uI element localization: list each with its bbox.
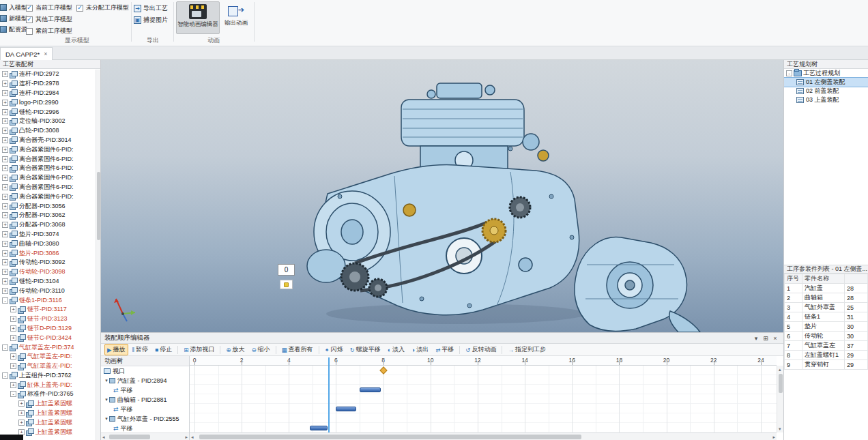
scrollbar-thumb[interactable]	[97, 172, 100, 240]
assembly-tree-item[interactable]: +气缸罩盖左-PID:	[0, 352, 96, 362]
table-row[interactable]: 6传动轮30	[785, 332, 868, 341]
assembly-tree-item[interactable]: -上盖组件-PID:3762	[0, 371, 96, 381]
expand-icon[interactable]: +	[2, 212, 8, 218]
assembly-tree-item[interactable]: -标准件-PID:3765	[0, 390, 96, 399]
scroll-left-icon[interactable]: ◂	[102, 433, 105, 440]
toolbar-button-查看所有[interactable]: ▦查看所有	[279, 344, 316, 355]
planning-tree-root[interactable]: -工艺过程规划	[784, 69, 868, 78]
toolbar-button-淡出[interactable]: ◑淡出	[409, 344, 431, 355]
expand-icon[interactable]: +	[2, 231, 8, 237]
table-row[interactable]: 9贯穿销钉29	[785, 360, 868, 370]
menu-down-icon[interactable]: ▾	[751, 335, 761, 342]
expand-icon[interactable]: +	[2, 194, 8, 200]
viewport-3d[interactable]: 0	[101, 60, 783, 332]
planning-tree-item[interactable]: 02 前盖装配	[784, 87, 868, 96]
animation-tree-item[interactable]: ▾气缸外罩盖 - PID:2555	[101, 414, 189, 424]
model-display-checkbox[interactable]: 紧前工序模型	[26, 27, 72, 35]
capture-image-button[interactable]: ▣捕捉图片	[134, 14, 168, 26]
table-row[interactable]: 8左缸盖螺钉129	[785, 351, 868, 360]
planning-tree-item[interactable]: 03 上盖装配	[784, 96, 868, 104]
assembly-tree-item[interactable]: +链轮-PID:2996	[0, 107, 96, 117]
expand-icon[interactable]: +	[2, 147, 8, 153]
model-display-checkbox[interactable]: ✓当前工序模型	[26, 3, 72, 12]
assembly-tree-item[interactable]: +凸轮-PID:3008	[0, 126, 96, 136]
assembly-tree-item[interactable]: +离合器紧固件6-PID:	[0, 145, 96, 154]
assembly-tree-item[interactable]: +上缸盖紧固螺	[0, 399, 96, 409]
toolbar-button-停止[interactable]: ■停止	[152, 344, 175, 355]
assembly-tree-item[interactable]: +链节-PID:3123	[0, 314, 96, 324]
smart-animation-editor-button[interactable]: 智能动画编辑器	[176, 1, 220, 34]
expanded-triangle-icon[interactable]: ▾	[104, 416, 109, 422]
assembly-tree-item[interactable]: -气缸罩盖左-PID:374	[0, 342, 96, 352]
expand-icon[interactable]: +	[2, 165, 8, 171]
expand-icon[interactable]: +	[18, 410, 25, 416]
expand-icon[interactable]: +	[2, 71, 8, 77]
collapse-icon[interactable]: -	[2, 344, 8, 351]
expand-icon[interactable]: +	[2, 137, 8, 143]
toolbar-button-添加视口[interactable]: ⊞添加视口	[181, 344, 217, 355]
expand-icon[interactable]: +	[2, 250, 8, 256]
assembly-tree-item[interactable]: +离合器紧固件6-PID:	[0, 154, 96, 164]
animation-tree-item[interactable]: ⇄平移	[101, 385, 189, 395]
assembly-tree-item[interactable]: +传动轮-PID:3098	[0, 267, 96, 277]
scrollbar-thumb[interactable]	[779, 374, 783, 393]
assembly-tree-item[interactable]: +链节-PID:3117	[0, 305, 96, 314]
table-row[interactable]: 3气缸外罩盖25	[785, 303, 868, 312]
assembly-tree-item[interactable]: +上缸盖紧固螺	[0, 409, 96, 418]
expand-icon[interactable]: +	[2, 100, 8, 106]
animation-tree-item[interactable]: ▾汽缸盖 - PID:2894	[101, 376, 189, 385]
collapse-icon[interactable]: -	[786, 70, 792, 76]
assembly-tree-item[interactable]: +分配器-PID:3068	[0, 220, 96, 230]
toolbar-button-淡入[interactable]: ◐淡入	[385, 344, 407, 355]
table-row[interactable]: 2曲轴箱28	[785, 293, 868, 303]
tab-close-icon[interactable]: ×	[44, 50, 47, 57]
assembly-tree-item[interactable]: +链节D-PID:3129	[0, 324, 96, 334]
float-icon[interactable]: ⊞	[761, 335, 770, 342]
table-row[interactable]: 1汽缸盖28	[785, 284, 868, 293]
assembly-tree-item[interactable]: +离合器紧固件6-PID:	[0, 192, 96, 201]
assembly-tree-item[interactable]: +离合器紧固件6-PID:	[0, 164, 96, 173]
toolbar-button-反转动画[interactable]: ↺反转动画	[463, 344, 499, 355]
expand-icon[interactable]: +	[2, 288, 8, 294]
assembly-tree-item[interactable]: +垫片-PID:3086	[0, 248, 96, 258]
scroll-down-icon[interactable]: ▾	[779, 425, 781, 432]
expand-icon[interactable]: +	[2, 90, 8, 96]
toolbar-button-暂停[interactable]: ‖暂停	[130, 344, 151, 355]
expand-icon[interactable]: +	[10, 363, 16, 369]
expand-icon[interactable]: +	[2, 203, 8, 209]
assembly-tree-item[interactable]: +连杆-PID:2978	[0, 79, 96, 89]
assembly-tree-item[interactable]: +分配器-PID:3062	[0, 211, 96, 220]
timeline[interactable]: 024681012141618202224 ▴ ▾ ◂ ▸	[190, 356, 783, 440]
assembly-tree-item[interactable]: +上缸盖紧固螺	[0, 417, 96, 427]
table-row[interactable]: 4链条131	[785, 312, 868, 322]
model-display-checkbox[interactable]: ✓未分配工序模型	[76, 3, 129, 12]
toolbar-button-缩小[interactable]: ⊖缩小	[248, 344, 272, 355]
assembly-tree-item[interactable]: +传动轮-PID:3110	[0, 286, 96, 295]
expand-icon[interactable]: +	[10, 316, 16, 322]
assembly-tree-item[interactable]: +传动轮-PID:3092	[0, 258, 96, 267]
expand-icon[interactable]: +	[2, 109, 8, 115]
toolbar-button-螺旋平移[interactable]: ↻螺旋平移	[347, 344, 384, 355]
expand-icon[interactable]: +	[2, 175, 8, 181]
animation-tree-item[interactable]: ⇄平移	[101, 405, 189, 414]
assembly-tree-item[interactable]: +定位轴-PID:3002	[0, 117, 96, 126]
timeline-bar[interactable]	[310, 426, 328, 430]
assembly-tree-item[interactable]: +离合器紧固件6-PID:	[0, 183, 96, 192]
toolbar-button-播放[interactable]: ▶播放	[104, 344, 128, 355]
planning-tree-item[interactable]: 01 左侧盖装配	[784, 78, 868, 87]
timeline-ruler[interactable]: 024681012141618202224	[190, 356, 777, 366]
expand-icon[interactable]: +	[18, 400, 25, 407]
collapse-icon[interactable]: -	[2, 297, 8, 304]
expand-icon[interactable]: +	[2, 259, 8, 265]
expand-icon[interactable]: +	[2, 80, 8, 87]
toolbar-button-平移[interactable]: ⇄平移	[433, 344, 457, 355]
expand-icon[interactable]: +	[10, 335, 16, 341]
scrollbar-thumb[interactable]	[199, 435, 581, 439]
checkbox-checked-icon[interactable]: ✓	[26, 5, 33, 12]
expand-icon[interactable]: +	[2, 128, 8, 134]
expand-icon[interactable]: +	[2, 118, 8, 124]
timeline-grid[interactable]	[190, 366, 777, 432]
checkbox-unchecked-icon[interactable]	[26, 28, 33, 35]
toolbar-button-放大[interactable]: ⊕放大	[223, 344, 247, 355]
assembly-tree-item[interactable]: -链条1-PID:3116	[0, 295, 96, 305]
